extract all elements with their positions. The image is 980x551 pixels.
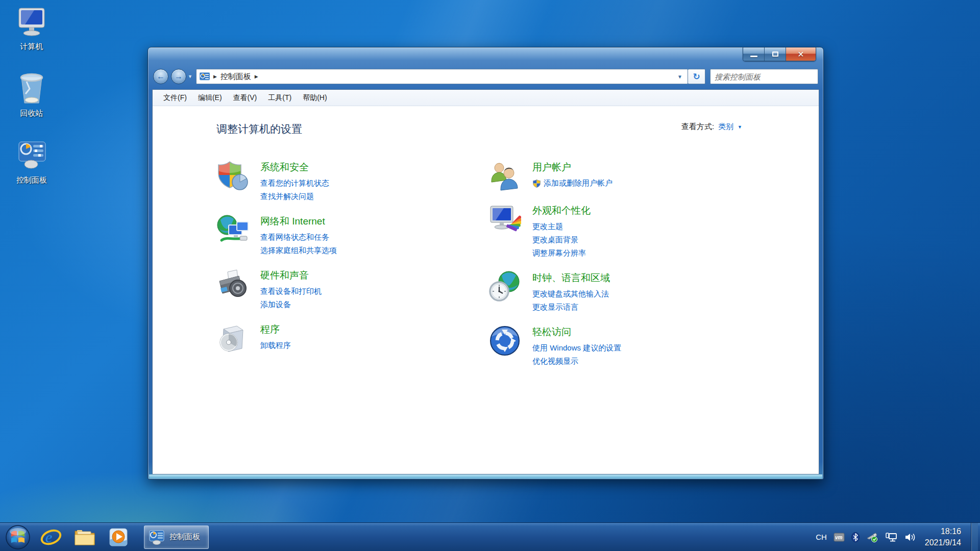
view-by-label: 查看方式: (681, 122, 714, 132)
desktop-icon-label: 控制面板 (16, 176, 47, 185)
recent-pages-chevron-icon[interactable]: ▼ (188, 74, 192, 79)
search-box[interactable] (710, 69, 818, 84)
category-task-link[interactable]: 添加设备 (260, 298, 322, 311)
category-task-link[interactable]: 更改桌面背景 (532, 233, 591, 246)
view-by-value-link[interactable]: 类别 (718, 122, 733, 132)
volume-icon[interactable] (904, 532, 916, 542)
ease-of-access-icon[interactable] (488, 324, 521, 357)
category-task-link[interactable]: 使用 Windows 建议的设置 (532, 341, 621, 355)
programs-icon[interactable] (216, 322, 249, 355)
start-button[interactable] (5, 524, 31, 550)
category-title-link[interactable]: 程序 (260, 323, 291, 336)
taskbar-media-player-button[interactable] (105, 525, 132, 549)
appearance-personalization-icon[interactable] (488, 203, 521, 236)
menu-help[interactable]: 帮助(H) (297, 91, 332, 105)
search-input[interactable] (715, 72, 817, 81)
taskbar-active-task-control-panel[interactable]: 控制面板 (144, 525, 209, 549)
category-title-link[interactable]: 系统和安全 (260, 161, 329, 174)
taskbar-task-label: 控制面板 (169, 532, 200, 542)
breadcrumb-arrow-icon[interactable]: ▶ (213, 74, 217, 79)
category-task-link[interactable]: 查看您的计算机状态 (260, 177, 329, 190)
category-task-link[interactable]: 更改键盘或其他输入法 (532, 287, 610, 300)
category-task-link[interactable]: 优化视频显示 (532, 355, 621, 368)
minimize-icon (750, 56, 757, 57)
maximize-button[interactable] (765, 47, 786, 61)
category-clock-language-region: 时钟、语言和区域 更改键盘或其他输入法 更改显示语言 (488, 270, 754, 314)
clock[interactable]: 18:16 2021/9/14 (925, 526, 961, 548)
language-indicator[interactable]: CH (816, 533, 827, 541)
hardware-sound-icon[interactable] (216, 268, 249, 300)
category-column-left: 系统和安全 查看您的计算机状态 查找并解决问题 (216, 160, 482, 365)
address-dropdown-icon[interactable]: ▼ (675, 74, 684, 80)
svg-text:e: e (45, 529, 52, 545)
desktop-icon-control-panel[interactable]: 控制面板 (5, 138, 58, 185)
category-hardware-sound: 硬件和声音 查看设备和打印机 添加设备 (216, 268, 482, 311)
window-bottom-frame (149, 474, 822, 479)
network-icon[interactable] (885, 532, 897, 542)
clock-language-region-icon[interactable] (488, 270, 521, 303)
refresh-button[interactable]: ↻ (688, 69, 705, 84)
desktop-icon-label: 回收站 (20, 109, 43, 118)
category-programs: 程序 卸载程序 (216, 322, 482, 355)
view-by-dropdown-icon[interactable]: ▼ (738, 124, 742, 130)
forward-button[interactable]: → (171, 69, 186, 84)
desktop-icon-computer[interactable]: 计算机 (5, 4, 58, 52)
category-title-link[interactable]: 轻松访问 (532, 325, 621, 339)
close-button[interactable]: ✕ (786, 47, 816, 61)
breadcrumb-control-panel[interactable]: 控制面板 (220, 72, 251, 82)
category-task-link-uac[interactable]: 添加或删除用户帐户 (532, 177, 612, 190)
desktop-icon-recycle-bin[interactable]: 回收站 (5, 71, 58, 118)
user-accounts-icon[interactable] (488, 160, 521, 192)
category-network-internet: 网络和 Internet 查看网络状态和任务 选择家庭组和共享选项 (216, 214, 482, 257)
forward-arrow-icon: → (175, 72, 183, 81)
uac-shield-icon (532, 179, 541, 188)
category-task-link[interactable]: 查找并解决问题 (260, 190, 329, 203)
usb-safely-remove-icon[interactable] (866, 532, 878, 542)
vmware-icon[interactable]: vm (834, 533, 845, 542)
minimize-button[interactable] (743, 47, 765, 61)
breadcrumb-arrow-icon[interactable]: ▶ (255, 74, 258, 79)
security-shield-icon[interactable] (216, 160, 249, 192)
category-appearance-personalization: 外观和个性化 更改主题 更改桌面背景 调整屏幕分辨率 (488, 203, 754, 260)
category-title-link[interactable]: 时钟、语言和区域 (532, 271, 610, 285)
desktop-icon-label: 计算机 (20, 42, 43, 52)
menu-view[interactable]: 查看(V) (228, 91, 263, 105)
control-panel-window: ✕ ← → ▼ ▶ 控制面板 ▶ ▼ ↻ (148, 47, 824, 480)
control-panel-icon (14, 138, 50, 173)
bluetooth-icon[interactable] (851, 532, 860, 542)
category-task-link[interactable]: 选择家庭组和共享选项 (260, 244, 337, 257)
back-button[interactable]: ← (153, 69, 168, 84)
media-player-icon (108, 527, 129, 548)
control-panel-home: 调整计算机的设置 查看方式: 类别 ▼ (153, 107, 819, 474)
clock-date: 2021/9/14 (925, 537, 961, 548)
category-title-link[interactable]: 硬件和声音 (260, 269, 322, 282)
category-task-link[interactable]: 查看网络状态和任务 (260, 231, 337, 244)
page-title: 调整计算机的设置 (216, 122, 302, 136)
category-task-link[interactable]: 更改主题 (532, 220, 591, 233)
category-task-link[interactable]: 卸载程序 (260, 339, 291, 352)
category-task-link[interactable]: 更改显示语言 (532, 300, 610, 314)
menu-bar: 文件(F) 编辑(E) 查看(V) 工具(T) 帮助(H) (153, 90, 819, 106)
start-orb-icon (5, 524, 31, 550)
recycle-bin-icon (14, 71, 50, 107)
category-task-link[interactable]: 调整屏幕分辨率 (532, 246, 591, 260)
category-title-link[interactable]: 外观和个性化 (532, 204, 591, 217)
explorer-folder-icon (74, 527, 96, 547)
maximize-icon (772, 52, 778, 57)
menu-file[interactable]: 文件(F) (158, 91, 192, 105)
category-title-link[interactable]: 网络和 Internet (260, 215, 337, 228)
taskbar-explorer-button[interactable] (71, 525, 98, 549)
taskbar-internet-explorer-button[interactable]: e (38, 525, 64, 549)
menu-tools[interactable]: 工具(T) (262, 91, 297, 105)
category-task-link[interactable]: 查看设备和打印机 (260, 285, 322, 298)
category-system-security: 系统和安全 查看您的计算机状态 查找并解决问题 (216, 160, 482, 203)
window-controls: ✕ (743, 47, 816, 61)
window-titlebar[interactable]: ✕ (148, 47, 823, 67)
category-task-link-label: 添加或删除用户帐户 (544, 177, 612, 190)
category-title-link[interactable]: 用户帐户 (532, 161, 612, 174)
address-bar[interactable]: ▶ 控制面板 ▶ ▼ (196, 69, 688, 84)
network-internet-icon[interactable] (216, 214, 249, 246)
show-desktop-button[interactable] (971, 523, 978, 551)
menu-edit[interactable]: 编辑(E) (192, 91, 228, 105)
clock-time: 18:16 (925, 526, 961, 537)
